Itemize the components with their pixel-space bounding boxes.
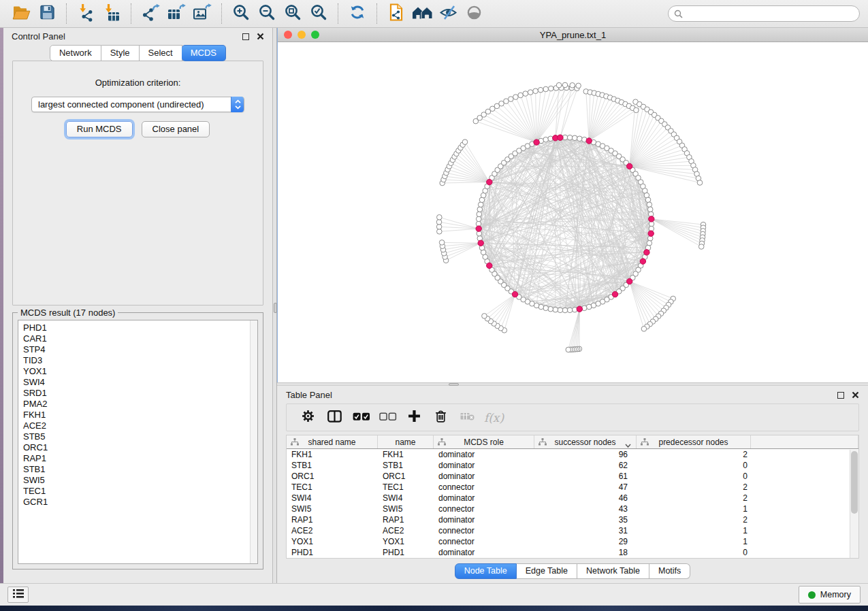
- list-item[interactable]: CAR1: [23, 333, 248, 344]
- sort-descending-icon: [625, 440, 631, 450]
- network-graph: [278, 42, 867, 382]
- zoom-fit-icon: [284, 3, 302, 24]
- select-all-button[interactable]: [348, 406, 374, 429]
- list-item[interactable]: YOX1: [23, 366, 248, 377]
- list-item[interactable]: ACE2: [23, 420, 248, 431]
- eye-slash-icon: [439, 5, 457, 23]
- zoom-selected-button[interactable]: [306, 3, 332, 24]
- show-graphics-details-button[interactable]: [461, 3, 487, 24]
- function-builder-button[interactable]: f(x): [481, 406, 507, 429]
- list-item[interactable]: GCR1: [23, 497, 248, 508]
- memory-status-icon: [808, 591, 816, 599]
- table-scrollbar[interactable]: [850, 450, 858, 558]
- list-item[interactable]: PHD1: [23, 323, 248, 333]
- import-table-button[interactable]: [99, 3, 125, 24]
- list-item[interactable]: SWI4: [23, 377, 248, 388]
- column-header-predecessor-nodes[interactable]: predecessor nodes: [637, 435, 751, 448]
- mcds-result-list[interactable]: PHD1CAR1STP4TID3YOX1SWI4SRD1PMA2FKH1ACE2…: [18, 320, 258, 564]
- tab-network[interactable]: Network: [50, 45, 101, 61]
- close-window-icon[interactable]: [284, 31, 292, 39]
- tab-mcds[interactable]: MCDS: [182, 45, 226, 61]
- splitter-handle[interactable]: [449, 383, 459, 386]
- tab-edge-table[interactable]: Edge Table: [517, 563, 577, 579]
- column-header-mcds-role[interactable]: MCDS role: [434, 435, 534, 448]
- search-input[interactable]: [687, 9, 854, 18]
- table-row[interactable]: PHD1PHD1dominator180: [287, 547, 858, 558]
- splitter-handle[interactable]: [274, 303, 277, 313]
- scrollbar-thumb[interactable]: [851, 451, 858, 514]
- zoom-out-button[interactable]: [254, 3, 280, 24]
- export-network-button[interactable]: [138, 3, 163, 24]
- horizontal-splitter[interactable]: [277, 382, 868, 386]
- table-panel-title: Table Panel: [286, 390, 332, 400]
- close-panel-icon[interactable]: [852, 389, 859, 401]
- table-row[interactable]: TEC1TEC1connector472: [287, 482, 858, 493]
- list-item[interactable]: PMA2: [23, 399, 248, 410]
- task-history-button[interactable]: [7, 587, 29, 603]
- float-panel-icon[interactable]: [837, 392, 844, 399]
- tab-select[interactable]: Select: [140, 45, 182, 61]
- table-settings-button[interactable]: [295, 406, 321, 429]
- tab-node-table[interactable]: Node Table: [455, 563, 517, 579]
- open-session-button[interactable]: [8, 3, 34, 24]
- delete-table-button[interactable]: [454, 406, 481, 429]
- list-item[interactable]: ORC1: [23, 442, 248, 453]
- split-view-button[interactable]: [321, 406, 348, 429]
- refresh-button[interactable]: [344, 3, 370, 24]
- list-item[interactable]: TID3: [23, 355, 248, 366]
- float-panel-icon[interactable]: [242, 33, 249, 40]
- table-row[interactable]: STB1STB1dominator620: [287, 460, 858, 471]
- list-item[interactable]: SRD1: [23, 388, 248, 399]
- save-session-button[interactable]: [34, 3, 60, 24]
- table-row[interactable]: ACE2ACE2connector311: [287, 525, 858, 536]
- zoom-in-button[interactable]: [228, 3, 254, 24]
- optimization-criterion-select[interactable]: largest connected component (undirected): [31, 97, 244, 112]
- import-network-icon: [77, 3, 95, 24]
- network-canvas[interactable]: [278, 42, 868, 382]
- list-item[interactable]: SWI5: [23, 475, 248, 486]
- hide-graphics-details-button[interactable]: [435, 3, 461, 24]
- network-window-titlebar: YPA_prune.txt_1: [278, 28, 868, 42]
- export-table-icon: [167, 3, 186, 24]
- tab-style[interactable]: Style: [101, 45, 140, 61]
- delete-column-button[interactable]: [428, 406, 454, 429]
- list-item[interactable]: STB1: [23, 464, 248, 475]
- close-panel-button[interactable]: Close panel: [142, 121, 210, 137]
- table-row[interactable]: RAP1RAP1dominator352: [287, 514, 858, 525]
- tab-motifs[interactable]: Motifs: [649, 563, 690, 579]
- table-row[interactable]: FKH1FKH1dominator962: [287, 449, 858, 460]
- add-column-button[interactable]: [401, 406, 428, 429]
- list-item[interactable]: RAP1: [23, 453, 248, 464]
- import-network-button[interactable]: [73, 3, 99, 24]
- export-table-button[interactable]: [163, 3, 189, 24]
- sitemap-icon: [641, 438, 649, 448]
- app-window: Control Panel Network Style Select MCDS …: [0, 0, 868, 606]
- column-header-shared-name[interactable]: shared name: [287, 435, 378, 448]
- table-row[interactable]: YOX1YOX1connector291: [287, 536, 858, 547]
- run-mcds-button[interactable]: Run MCDS: [66, 121, 133, 137]
- zoom-in-icon: [232, 3, 250, 24]
- maximize-window-icon[interactable]: [311, 31, 319, 39]
- table-row[interactable]: ORC1ORC1dominator610: [287, 471, 858, 482]
- list-item[interactable]: STP4: [23, 344, 248, 355]
- node-table-header: shared name name MCDS role successor nod…: [287, 435, 858, 449]
- table-row[interactable]: SWI4SWI4dominator462: [287, 493, 858, 503]
- zoom-fit-button[interactable]: [280, 3, 306, 24]
- zoom-out-icon: [258, 3, 276, 24]
- column-header-successor-nodes[interactable]: successor nodes: [534, 435, 637, 448]
- close-panel-icon[interactable]: [257, 31, 264, 43]
- tab-network-table[interactable]: Network Table: [577, 563, 649, 579]
- column-header-name[interactable]: name: [378, 435, 434, 448]
- memory-button[interactable]: Memory: [799, 586, 861, 604]
- result-list-scrollbar[interactable]: [250, 320, 257, 563]
- list-item[interactable]: TEC1: [23, 486, 248, 497]
- share-network-file-button[interactable]: [383, 3, 409, 24]
- unselect-all-button[interactable]: [374, 406, 401, 429]
- table-row[interactable]: SWI5SWI5connector431: [287, 503, 858, 514]
- list-item[interactable]: STB5: [23, 431, 248, 442]
- export-image-button[interactable]: [189, 3, 215, 24]
- vertical-splitter[interactable]: [272, 28, 277, 583]
- minimize-window-icon[interactable]: [298, 31, 306, 39]
- list-item[interactable]: FKH1: [23, 410, 248, 420]
- home-button[interactable]: [409, 3, 435, 24]
